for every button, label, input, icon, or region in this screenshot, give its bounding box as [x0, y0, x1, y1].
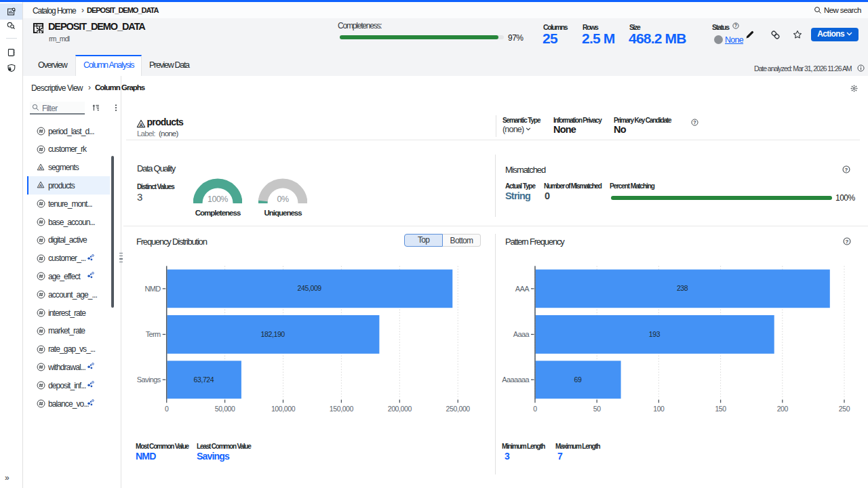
svg-text:A: A — [39, 184, 43, 188]
svg-text:69: 69 — [574, 375, 581, 384]
svg-text:?: ? — [845, 167, 848, 173]
svg-text:150: 150 — [715, 405, 726, 413]
svg-text:Aaaaaaa: Aaaaaaa — [502, 375, 530, 384]
svg-text:150,000: 150,000 — [330, 405, 354, 413]
svg-text:?: ? — [734, 23, 737, 28]
svg-text:A: A — [39, 165, 43, 170]
svg-text:200: 200 — [777, 405, 789, 413]
svg-text:200,000: 200,000 — [388, 405, 412, 413]
svg-text:193: 193 — [649, 330, 660, 338]
svg-text:Aaaa: Aaaa — [513, 330, 530, 338]
svg-text:0%: 0% — [277, 195, 288, 204]
svg-text:63,724: 63,724 — [194, 375, 214, 384]
svg-text:100%: 100% — [208, 195, 228, 204]
svg-text:Term: Term — [146, 330, 161, 338]
svg-text:50,000: 50,000 — [215, 405, 235, 413]
svg-text:0: 0 — [165, 405, 169, 413]
svg-text:AAA: AAA — [515, 285, 530, 293]
svg-text:Savings: Savings — [137, 375, 161, 384]
svg-text:100,000: 100,000 — [271, 405, 296, 413]
svg-text:182,190: 182,190 — [261, 330, 285, 338]
svg-text:?: ? — [846, 239, 849, 245]
svg-text:50: 50 — [593, 405, 601, 413]
svg-text:A: A — [139, 122, 143, 128]
svg-text:0: 0 — [533, 405, 537, 413]
svg-text:100: 100 — [653, 405, 665, 413]
svg-text:245,009: 245,009 — [298, 284, 322, 292]
svg-text:250,000: 250,000 — [446, 405, 471, 413]
svg-text:NMD: NMD — [144, 285, 161, 293]
svg-text:?: ? — [693, 119, 696, 125]
svg-text:250: 250 — [839, 405, 850, 413]
svg-text:238: 238 — [677, 284, 688, 292]
